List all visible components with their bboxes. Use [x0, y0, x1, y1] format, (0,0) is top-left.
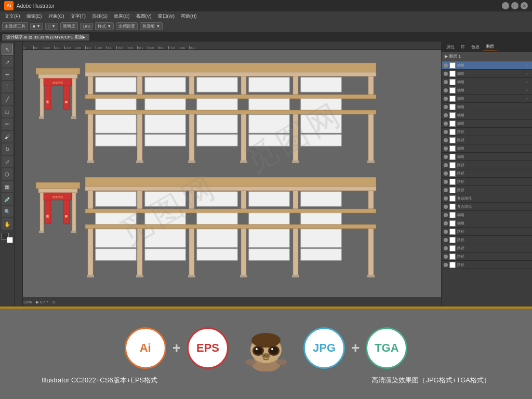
layer-row[interactable]: 编组 ○: [442, 70, 532, 78]
svg-rect-44: [145, 135, 185, 146]
layer-visibility-icon[interactable]: [444, 113, 448, 117]
layer-expand-icon[interactable]: ○: [526, 72, 530, 75]
tool-scale[interactable]: ⤢: [2, 156, 13, 167]
layer-row[interactable]: 编组: [442, 103, 532, 111]
layer-visibility-icon[interactable]: [444, 263, 448, 267]
toolbar-style[interactable]: 样式 ▼: [95, 22, 114, 30]
layer-row[interactable]: 编组: [442, 153, 532, 161]
close-button[interactable]: ✕: [521, 2, 528, 9]
layer-row[interactable]: 路径: [442, 261, 532, 269]
layer-visibility-icon[interactable]: [444, 155, 448, 159]
layer-row[interactable]: 路径: [442, 186, 532, 194]
toolbar-selector[interactable]: 主选择工具: [2, 22, 28, 30]
canvas-content[interactable]: 觅图网 觅图网: [23, 50, 441, 297]
layer-visibility-icon[interactable]: [444, 80, 448, 84]
toolbar-preferences[interactable]: 首选项 ▼: [140, 22, 163, 30]
layer-visibility-icon[interactable]: [444, 188, 448, 192]
tool-rotate[interactable]: ↻: [2, 143, 13, 155]
toolbar-fill[interactable]: ■ ▼: [30, 23, 43, 30]
menu-object[interactable]: 对象(O): [46, 12, 67, 20]
layer-row[interactable]: 路径: [442, 228, 532, 236]
panel-tab-properties[interactable]: 属性: [444, 44, 457, 50]
layer-row[interactable]: 编组: [442, 111, 532, 119]
tool-direct-select[interactable]: ↗: [2, 56, 13, 68]
layer-visibility-icon[interactable]: [444, 180, 448, 184]
tool-pen[interactable]: ✒: [2, 69, 13, 80]
layer-visibility-icon[interactable]: [444, 63, 448, 68]
layer-visibility-icon[interactable]: [444, 221, 448, 225]
layer-row[interactable]: 路径: [442, 244, 532, 252]
tool-line[interactable]: ╱: [2, 94, 13, 105]
tool-eyedrop[interactable]: 💉: [2, 193, 13, 205]
layer-row[interactable]: 编组 ○: [442, 95, 532, 103]
menu-help[interactable]: 帮助(H): [178, 12, 200, 20]
maximize-button[interactable]: □: [511, 2, 518, 9]
menu-view[interactable]: 视图(V): [134, 12, 154, 20]
panel-tab-layers[interactable]: 图层: [483, 43, 497, 50]
layer-row[interactable]: 编组 ○: [442, 86, 532, 95]
layer-row[interactable]: 路径: [442, 169, 532, 178]
layer-visibility-icon[interactable]: [444, 97, 448, 101]
menu-edit[interactable]: 编辑(E): [24, 12, 45, 20]
layer-visibility-icon[interactable]: [444, 122, 448, 126]
tool-pencil[interactable]: ✏: [2, 118, 13, 130]
tool-brush[interactable]: 🖌: [2, 131, 13, 142]
layer-expand-icon[interactable]: ○: [526, 97, 530, 100]
layer-visibility-icon[interactable]: [444, 147, 448, 151]
menu-file[interactable]: 文文(F): [2, 12, 23, 20]
layer-row[interactable]: 复合路径: [442, 194, 532, 203]
layer-row[interactable]: 编组: [442, 144, 532, 153]
layer-row[interactable]: 编组 ○: [442, 78, 532, 86]
layer-visibility-icon[interactable]: [444, 88, 448, 92]
layer-row[interactable]: 路径: [442, 136, 532, 144]
layer-row[interactable]: 编组: [442, 219, 532, 228]
document-tab-active[interactable]: 设计稿字.ai @ 33.33 % (CMYK/CPU 页面▸: [2, 34, 89, 41]
layer-expand-icon[interactable]: ○: [526, 63, 530, 67]
tool-select[interactable]: ↖: [2, 44, 13, 55]
layer-visibility-icon[interactable]: [444, 255, 448, 259]
menu-window[interactable]: 窗口(W): [155, 12, 178, 20]
tool-gradient[interactable]: ▦: [2, 181, 13, 192]
toolbar-stroke[interactable]: □ ▼: [45, 23, 58, 30]
toolbar-brush-size[interactable]: 1ms: [80, 23, 93, 30]
layer-visibility-icon[interactable]: [444, 238, 448, 242]
toolbar-transparency[interactable]: 透明度: [60, 22, 78, 30]
window-controls[interactable]: ─ □ ✕: [502, 2, 528, 9]
tool-blend[interactable]: ⬡: [2, 168, 13, 180]
layer-row[interactable]: 编组 ○: [442, 61, 532, 70]
layer-visibility-icon[interactable]: [444, 230, 448, 234]
layer-visibility-icon[interactable]: [444, 105, 448, 109]
layer-row[interactable]: 路径: [442, 236, 532, 244]
menu-effect[interactable]: 效果(C): [111, 12, 132, 20]
tool-hand[interactable]: ✋: [2, 218, 13, 230]
layer-visibility-icon[interactable]: [444, 72, 448, 76]
layer-visibility-icon[interactable]: [444, 163, 448, 167]
layer-row[interactable]: 编组: [442, 119, 532, 128]
layer-visibility-icon[interactable]: [444, 205, 448, 209]
layer-visibility-icon[interactable]: [444, 138, 448, 142]
toolbar-doc-settings[interactable]: 文档设置: [116, 22, 138, 30]
layer-row[interactable]: 路径: [442, 161, 532, 169]
layers-panel[interactable]: ▶ 图层 1 编组 ○ 编组 ○: [442, 52, 532, 307]
layer-visibility-icon[interactable]: [444, 196, 448, 201]
layer-row[interactable]: 路径: [442, 252, 532, 261]
layer-expand-icon[interactable]: ○: [526, 88, 530, 92]
menu-text[interactable]: 文字(T): [68, 12, 89, 20]
layer-visibility-icon[interactable]: [444, 130, 448, 134]
layer-row[interactable]: 路径: [442, 178, 532, 186]
menu-select[interactable]: 选择(S): [89, 12, 110, 20]
layer-row[interactable]: 复合路径: [442, 203, 532, 211]
layer-visibility-icon[interactable]: [444, 213, 448, 217]
tool-rect[interactable]: □: [2, 106, 13, 117]
tool-zoom[interactable]: 🔍: [2, 206, 13, 217]
layer-visibility-icon[interactable]: [444, 246, 448, 250]
layer-row[interactable]: 路径: [442, 128, 532, 136]
canvas-area[interactable]: 050100 150200250 300350400 450500550 600…: [15, 42, 441, 307]
layer-expand-icon[interactable]: ○: [526, 80, 530, 84]
tool-text[interactable]: T: [2, 81, 13, 92]
layer-visibility-icon[interactable]: [444, 171, 448, 176]
layer-row[interactable]: 编组: [442, 211, 532, 219]
panel-tab-swatches[interactable]: 色板: [469, 44, 482, 50]
minimize-button[interactable]: ─: [502, 2, 509, 9]
panel-tab-library[interactable]: 库: [458, 44, 468, 50]
